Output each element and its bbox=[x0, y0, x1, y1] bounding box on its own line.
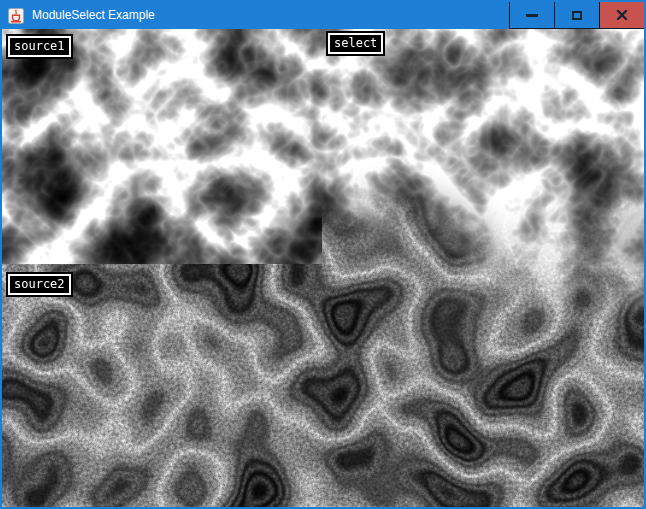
titlebar[interactable]: ModuleSelect Example bbox=[2, 2, 644, 29]
close-button[interactable] bbox=[599, 2, 644, 29]
close-icon bbox=[616, 9, 628, 21]
minimize-button[interactable] bbox=[509, 2, 554, 29]
window-title: ModuleSelect Example bbox=[32, 2, 155, 29]
minimize-icon bbox=[526, 14, 538, 17]
window-controls bbox=[509, 2, 644, 29]
noise-canvas bbox=[2, 29, 644, 507]
label-select: select bbox=[328, 33, 383, 54]
label-source2: source2 bbox=[8, 274, 71, 295]
label-source1: source1 bbox=[8, 36, 71, 57]
app-window: ModuleSelect Example source1 select sour… bbox=[0, 0, 646, 509]
maximize-icon bbox=[572, 11, 582, 20]
maximize-button[interactable] bbox=[554, 2, 599, 29]
java-cup-icon bbox=[8, 8, 24, 24]
